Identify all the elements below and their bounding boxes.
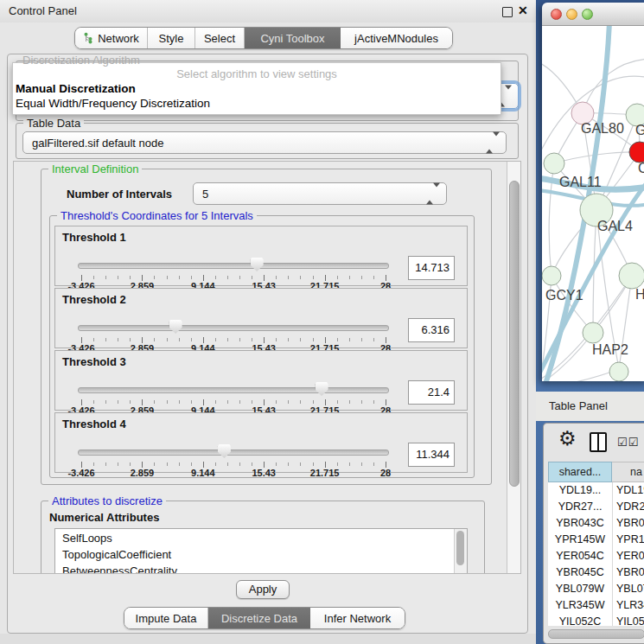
attribute-list-item[interactable]: BetweennessCentrality [62,564,177,574]
attributes-scrollbar[interactable] [454,529,467,574]
network-node[interactable] [542,266,561,285]
attribute-list-item[interactable]: SelfLoops [62,532,112,545]
slider-thumb[interactable] [169,320,182,334]
cell-shared-name[interactable]: YER054C [548,550,612,562]
cell-name[interactable]: YER05 [616,550,644,562]
table-data-select[interactable]: galFiltered.sif default node [22,131,507,154]
slider-major-tick [203,337,204,343]
column-header-shared-name[interactable]: shared... [548,462,612,482]
network-node[interactable] [619,263,644,289]
slider-track[interactable] [78,387,389,393]
threshold-value-field[interactable]: 21.4 [408,380,455,405]
threshold-slider[interactable]: -3.4262.8599.14415.4321.71528 [81,320,386,349]
tab-network[interactable]: Network [75,28,148,48]
tab-label: Infer Network [324,612,391,625]
cell-name[interactable]: YBR04 [616,517,644,529]
minimize-traffic-light-icon[interactable] [566,9,577,20]
threshold-label: Threshold 3 [62,355,126,368]
horizontal-scrollbar[interactable] [548,629,644,639]
table-row[interactable]: YPR145WYPR14 [548,532,644,548]
table-row[interactable]: YDL19...YDL19 [548,482,644,499]
slider-major-tick [81,399,82,405]
threshold-value-field[interactable]: 6.316 [408,318,455,342]
network-node-label: H [635,287,644,302]
threshold-slider[interactable]: -3.4262.8599.14415.4321.71528 [81,444,386,474]
table-row[interactable]: YBL079WYBL07 [548,581,644,597]
slider-tick-label: 21.715 [310,468,340,478]
table-row[interactable]: YBR043CYBR04 [548,515,644,532]
cell-name[interactable]: YDL19 [616,484,644,496]
cell-name[interactable]: YDR27 [616,501,644,513]
slider-major-tick [203,275,204,281]
number-of-intervals-select[interactable]: 5 [193,182,447,205]
cell-name[interactable]: YIL05 [616,615,644,626]
slider-thumb[interactable] [251,258,264,271]
column-header-name[interactable]: na [612,462,644,482]
threshold-value-field[interactable]: 14.713 [408,256,455,280]
threshold-value-field[interactable]: 11.344 [408,443,455,467]
cell-shared-name[interactable]: YBR043C [548,517,612,529]
vertical-scrollbar[interactable] [507,162,520,573]
dropdown-option[interactable]: Equal Width/Frequency Discretization [16,97,210,110]
gear-icon[interactable]: ⚙ [558,429,577,449]
attribute-list-item[interactable]: TopologicalCoefficient [62,548,171,561]
network-node-label: GAL4 [597,219,633,233]
float-window-icon[interactable] [502,7,513,17]
bottom-tab-bar: Impute DataDiscretize DataInfer Network [124,607,405,629]
control-panel-titlebar: Control Panel [0,0,536,22]
threshold-slider[interactable]: -3.4262.8599.14415.4321.71528 [81,258,386,287]
slider-track[interactable] [78,263,389,269]
slider-thumb[interactable] [316,382,328,396]
cell-name[interactable]: YBL07 [616,583,644,595]
network-node[interactable] [544,153,564,174]
cell-shared-name[interactable]: YBR045C [548,566,612,578]
network-node[interactable] [609,362,628,381]
cell-shared-name[interactable]: YIL052C [548,615,612,626]
tab-style[interactable]: Style [148,28,195,48]
tab-discretize-data[interactable]: Discretize Data [208,608,310,628]
slider-major-tick [142,337,143,343]
close-icon[interactable]: ✕ [518,3,528,17]
vertical-scrollbar-thumb[interactable] [509,181,520,487]
table-row[interactable]: YLR345WYLR34 [548,597,644,614]
tab-infer-network[interactable]: Infer Network [310,608,405,628]
numerical-attributes-list[interactable]: SelfLoopsTopologicalCoefficientBetweenne… [54,528,468,574]
select-columns-checkboxes-icon[interactable]: ☑☑ [617,436,639,449]
apply-button[interactable]: Apply [236,580,290,599]
slider-major-tick [81,337,82,343]
network-canvas[interactable]: GAL80GACGAL11GAL4GCY1HHAP2 [542,26,644,381]
slider-thumb[interactable] [218,444,231,458]
tab-cyni-toolbox[interactable]: Cyni Toolbox [245,28,341,48]
table-row[interactable]: YIL052CYIL05 [548,614,644,626]
threshold-slider[interactable]: -3.4262.8599.14415.4321.71528 [81,382,386,411]
tab-label: Select [204,32,235,45]
table-row[interactable]: YBR045CYBR04 [548,564,644,581]
control-panel: Control Panel ✕ NetworkStyleSelectCyni T… [0,0,536,644]
cell-name[interactable]: YBR04 [616,566,644,578]
cell-name[interactable]: YLR34 [616,599,644,611]
network-node[interactable] [583,322,603,343]
cell-shared-name[interactable]: YBL079W [548,583,612,595]
tab-impute-data[interactable]: Impute Data [124,608,208,628]
slider-major-tick [264,337,265,343]
tab-jactivemnodules[interactable]: jActiveMNodules [341,28,452,48]
threshold-label: Threshold 4 [62,418,126,430]
slider-track[interactable] [78,325,389,331]
table-row[interactable]: YDR27...YDR27 [548,499,644,515]
cell-shared-name[interactable]: YDR27... [548,501,612,513]
network-icon [83,32,93,44]
attributes-scrollbar-thumb[interactable] [456,531,464,565]
tab-select[interactable]: Select [195,28,245,48]
cell-shared-name[interactable]: YPR145W [548,533,612,545]
columns-icon[interactable] [590,432,607,452]
network-edge[interactable] [542,369,619,381]
cell-name[interactable]: YPR14 [616,533,644,545]
cell-shared-name[interactable]: YLR345W [548,599,612,611]
close-traffic-light-icon[interactable] [551,9,562,20]
table-row[interactable]: YER054CYER05 [548,548,644,564]
dropdown-option[interactable]: Manual Discretization [16,82,136,95]
zoom-traffic-light-icon[interactable] [582,9,593,20]
slider-track[interactable] [78,450,389,456]
cell-shared-name[interactable]: YDL19... [548,484,612,496]
threshold-panel: Threshold 2-3.4262.8599.14415.4321.71528… [54,288,468,348]
